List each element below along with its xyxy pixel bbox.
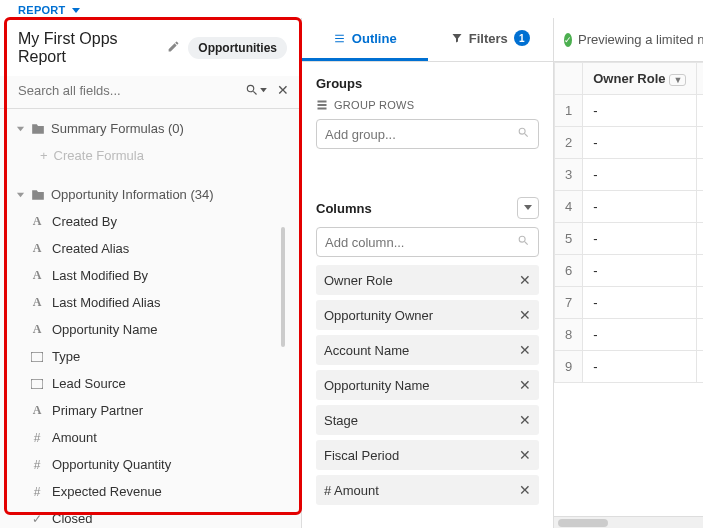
summary-formulas-group[interactable]: Summary Formulas (0) [0,115,301,142]
search-icon [517,234,530,250]
field-label: Type [52,349,80,364]
preview-status: Previewing a limited nu [578,32,703,47]
column-item[interactable]: Opportunity Name✕ [316,370,539,400]
cell: - [583,223,697,255]
remove-column-button[interactable]: ✕ [519,377,531,393]
field-label: Amount [52,430,97,445]
report-label[interactable]: REPORT [0,0,703,18]
column-label: Stage [324,413,358,428]
tab-outline[interactable]: Outline [302,18,428,61]
cell: - [583,191,697,223]
cell: - [583,319,697,351]
column-item[interactable]: # Amount✕ [316,475,539,505]
cell: Je [697,287,703,319]
remove-column-button[interactable]: ✕ [519,307,531,323]
table-row[interactable]: 6-Je [555,255,704,287]
row-num: 7 [555,287,583,319]
columns-heading: Columns [316,201,372,216]
column-item[interactable]: Stage✕ [316,405,539,435]
table-row[interactable]: 8-Je [555,319,704,351]
rows-icon [316,99,328,111]
remove-column-button[interactable]: ✕ [519,412,531,428]
cell: - [583,95,697,127]
field-item[interactable]: #Amount [0,424,301,451]
edit-title-button[interactable] [167,40,180,56]
chevron-down-icon [72,8,80,14]
table-row[interactable]: 9-Je [555,351,704,383]
column-item[interactable]: Opportunity Owner✕ [316,300,539,330]
field-label: Opportunity Quantity [52,457,171,472]
add-group-input[interactable] [325,127,517,142]
report-title: My First Opps Report [18,30,159,66]
column-item[interactable]: Account Name✕ [316,335,539,365]
chevron-down-icon [16,190,25,199]
type-icon: A [30,322,44,337]
remove-column-button[interactable]: ✕ [519,447,531,463]
create-formula-button[interactable]: + Create Formula [0,142,301,169]
table-row[interactable]: 1-Je [555,95,704,127]
remove-column-button[interactable]: ✕ [519,342,531,358]
column-label: Opportunity Name [324,378,430,393]
cell: Je [697,255,703,287]
field-item[interactable]: #Opportunity Quantity [0,451,301,478]
clear-search-button[interactable]: ✕ [277,82,289,98]
column-label: # Amount [324,483,379,498]
scrollbar-thumb[interactable] [281,227,285,347]
tab-filters[interactable]: Filters 1 [428,18,554,61]
col-header-next[interactable]: O [697,63,703,95]
type-icon: ✓ [30,512,44,526]
groups-heading: Groups [316,76,539,91]
add-column-input[interactable] [325,235,517,250]
field-item[interactable]: Type [0,343,301,370]
table-row[interactable]: 5-Je [555,223,704,255]
filter-count-badge: 1 [514,30,530,46]
row-num: 1 [555,95,583,127]
column-item[interactable]: Fiscal Period✕ [316,440,539,470]
cell: - [583,351,697,383]
field-item[interactable]: AOpportunity Name [0,316,301,343]
col-header-owner-role[interactable]: Owner Role▼ [583,63,697,95]
outline-panel: Outline Filters 1 Groups GROUP ROWS [302,18,554,528]
remove-column-button[interactable]: ✕ [519,482,531,498]
field-item[interactable]: ACreated Alias [0,235,301,262]
cell: - [583,255,697,287]
table-row[interactable]: 4-Je [555,191,704,223]
search-icon[interactable] [245,83,267,97]
entity-pill[interactable]: Opportunities [188,37,287,59]
column-menu-button[interactable]: ▼ [669,74,686,86]
field-item[interactable]: ACreated By [0,208,301,235]
field-item[interactable]: Lead Source [0,370,301,397]
horizontal-scrollbar[interactable] [554,516,703,528]
row-num: 4 [555,191,583,223]
row-num-header [555,63,583,95]
chevron-down-icon [524,205,532,211]
row-num: 9 [555,351,583,383]
type-icon: A [30,268,44,283]
field-label: Last Modified By [52,268,148,283]
columns-menu-button[interactable] [517,197,539,219]
search-fields-input[interactable] [18,83,245,98]
field-item[interactable]: ✓Closed [0,505,301,528]
type-icon: A [30,295,44,310]
column-item[interactable]: Owner Role✕ [316,265,539,295]
field-item[interactable]: ALast Modified Alias [0,289,301,316]
remove-column-button[interactable]: ✕ [519,272,531,288]
table-row[interactable]: 2-Je [555,127,704,159]
field-item[interactable]: #Expected Revenue [0,478,301,505]
field-label: Opportunity Name [52,322,158,337]
row-num: 6 [555,255,583,287]
type-icon: # [30,485,44,499]
opportunity-info-group[interactable]: Opportunity Information (34) [0,181,301,208]
scrollbar-thumb[interactable] [558,519,608,527]
cell: Je [697,351,703,383]
field-item[interactable]: APrimary Partner [0,397,301,424]
chevron-down-icon [260,88,267,93]
cell: - [583,287,697,319]
type-icon [30,352,44,362]
field-item[interactable]: ALast Modified By [0,262,301,289]
table-row[interactable]: 3-Je [555,159,704,191]
group-rows-label: GROUP ROWS [316,99,539,111]
table-row[interactable]: 7-Je [555,287,704,319]
preview-panel: ✓ Previewing a limited nu Owner Role▼ O [554,18,703,528]
field-label: Lead Source [52,376,126,391]
